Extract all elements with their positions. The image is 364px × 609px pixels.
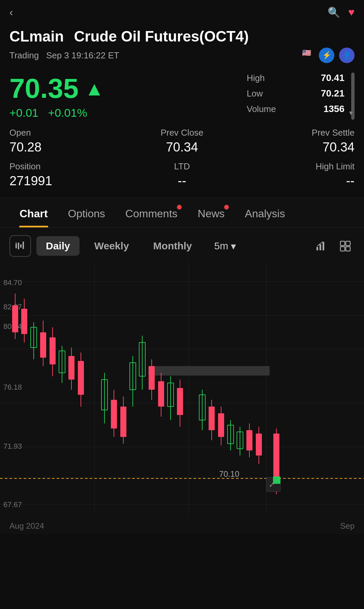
svg-rect-0 (16, 244, 17, 248)
low-value: 70.21 (321, 88, 344, 99)
price-section: 70.35 ▲ +0.01 +0.01% High 70.41 Low 70.2… (0, 69, 364, 128)
instrument-name: Crude Oil Futures(OCT4) (74, 28, 249, 45)
high-limit-cell: High Limit -- (240, 161, 355, 188)
stats-grid: Open 70.28 Prev Close 70.34 Prev Settle … (0, 128, 364, 198)
volume-label: Volume (247, 104, 276, 114)
candlestick-chart: 84.70 82.27 80.44 76.18 71.93 70.10 67.6… (0, 261, 364, 518)
svg-text:84.70: 84.70 (3, 278, 22, 287)
interval-value: 5m (214, 240, 229, 252)
period-daily-button[interactable]: Daily (36, 236, 80, 256)
high-limit-value: -- (240, 174, 355, 188)
svg-rect-72 (218, 413, 224, 437)
chart-type-button[interactable] (9, 235, 31, 257)
prev-settle-cell: Prev Settle 70.34 (240, 128, 355, 155)
trading-status: Trading (9, 50, 39, 60)
open-cell: Open 70.28 (9, 128, 124, 155)
chart-area[interactable]: 84.70 82.27 80.44 76.18 71.93 70.10 67.6… (0, 261, 364, 518)
svg-text:76.18: 76.18 (3, 383, 22, 391)
svg-rect-5 (316, 247, 318, 250)
price-direction-icon: ▲ (85, 77, 104, 100)
svg-rect-54 (120, 407, 126, 437)
instrument-title: CLmain Crude Oil Futures(OCT4) (9, 28, 355, 45)
search-icon[interactable]: 🔍 (328, 6, 340, 18)
svg-rect-66 (177, 388, 183, 415)
price-change: +0.01 (9, 106, 38, 119)
news-notification-dot (224, 205, 229, 210)
svg-rect-4 (23, 242, 24, 249)
compare-button[interactable] (311, 237, 330, 255)
high-value: 70.41 (321, 73, 344, 83)
svg-rect-62 (158, 381, 164, 407)
prev-close-label: Prev Close (124, 128, 239, 138)
ltd-value: -- (124, 174, 239, 188)
period-monthly-button[interactable]: Monthly (144, 236, 202, 256)
svg-rect-40 (40, 332, 46, 358)
svg-rect-11 (346, 241, 350, 246)
ltd-cell: LTD -- (124, 161, 239, 188)
back-button[interactable]: ‹ (9, 6, 13, 19)
svg-rect-12 (340, 247, 345, 251)
tab-analysis[interactable]: Analysis (235, 198, 295, 227)
tab-news[interactable]: News (188, 198, 235, 227)
low-label: Low (247, 88, 263, 99)
svg-rect-85 (273, 476, 280, 484)
svg-rect-70 (209, 407, 215, 430)
svg-rect-36 (21, 309, 27, 334)
svg-rect-7 (323, 242, 324, 250)
svg-text:71.93: 71.93 (3, 442, 22, 450)
heart-icon[interactable]: ♥ (348, 6, 355, 19)
position-cell: Position 271991 (9, 161, 124, 188)
svg-rect-46 (68, 356, 74, 380)
prev-settle-label: Prev Settle (240, 128, 355, 138)
tab-chart[interactable]: Chart (9, 198, 58, 227)
svg-rect-10 (340, 241, 345, 246)
tabs-row: Chart Options Comments News Analysis (9, 198, 355, 227)
chart-toolbar: Daily Weekly Monthly 5m ▾ (0, 228, 364, 261)
interval-dropdown-icon: ▾ (231, 240, 236, 252)
svg-text:70.10: 70.10 (219, 469, 239, 478)
high-limit-label: High Limit (240, 161, 355, 172)
interval-selector[interactable]: 5m ▾ (207, 236, 244, 256)
high-label: High (247, 73, 265, 83)
bolt-button[interactable]: ⚡ (319, 48, 334, 63)
chart-xaxis: Aug 2024 Sep (0, 518, 364, 534)
svg-rect-6 (320, 244, 321, 250)
open-value: 70.28 (9, 140, 124, 155)
svg-rect-60 (149, 366, 155, 390)
volume-value: 1356 (324, 104, 344, 114)
svg-rect-48 (78, 361, 84, 395)
comments-notification-dot (177, 205, 182, 210)
xaxis-label-sep: Sep (340, 521, 355, 531)
svg-rect-13 (346, 247, 350, 251)
svg-rect-2 (18, 243, 19, 249)
svg-rect-80 (256, 434, 262, 455)
tab-comments[interactable]: Comments (115, 198, 188, 227)
svg-rect-3 (20, 244, 22, 248)
svg-rect-78 (246, 430, 252, 450)
svg-rect-1 (16, 242, 17, 244)
trading-timestamp: Sep 3 19:16:22 ET (46, 50, 119, 60)
person-button[interactable]: 👤 (339, 48, 355, 63)
header: CLmain Crude Oil Futures(OCT4) Trading S… (0, 25, 364, 69)
tabs-section: Chart Options Comments News Analysis (0, 198, 364, 228)
svg-rect-34 (12, 305, 18, 332)
top-nav: ‹ 🔍 ♥ (0, 0, 364, 25)
prev-close-cell: Prev Close 70.34 (124, 128, 239, 155)
svg-rect-52 (111, 400, 117, 428)
xaxis-label-aug: Aug 2024 (9, 521, 44, 531)
tab-options[interactable]: Options (58, 198, 115, 227)
prev-settle-value: 70.34 (240, 140, 355, 155)
position-label: Position (9, 161, 124, 172)
svg-rect-32 (148, 366, 270, 376)
prev-close-value: 70.34 (124, 140, 239, 155)
ticker-symbol: CLmain (9, 28, 64, 45)
layout-button[interactable] (336, 237, 355, 255)
flag-icon: 🇺🇸 (299, 48, 314, 58)
scrollbar-down-icon[interactable]: ▼ (348, 110, 354, 117)
svg-rect-42 (50, 337, 56, 364)
position-value: 271991 (9, 174, 124, 188)
current-price: 70.35 (9, 73, 79, 104)
price-change-pct: +0.01% (48, 106, 87, 119)
period-weekly-button[interactable]: Weekly (85, 236, 139, 256)
svg-text:67.67: 67.67 (3, 500, 22, 509)
